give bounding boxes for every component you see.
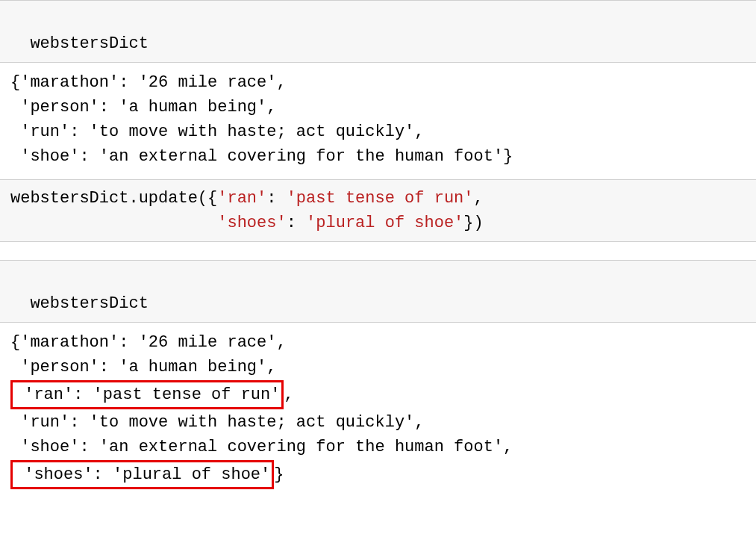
output-line: 'run': 'to move with haste; act quickly'… (10, 413, 425, 432)
output-line: 'person': 'a human being', (10, 98, 276, 117)
code-cell-1-input: webstersDict (0, 0, 756, 63)
code-text: webstersDict.update({ (10, 189, 217, 208)
output-line: {'marathon': '26 mile race', (10, 333, 287, 352)
string-literal: 'past tense of run' (287, 189, 474, 208)
output-line: 'person': 'a human being', (10, 358, 276, 376)
code-text (10, 214, 217, 232)
code-cell-1-output: {'marathon': '26 mile race', 'person': '… (0, 63, 756, 179)
highlight-shoes: 'shoes': 'plural of shoe' (10, 460, 274, 489)
code-text: : (266, 189, 286, 208)
code-cell-3-input: webstersDict (0, 260, 756, 323)
string-literal: 'ran' (217, 189, 266, 208)
code-text: webstersDict (30, 34, 148, 53)
output-line: {'marathon': '26 mile race', (10, 73, 287, 92)
string-literal: 'plural of shoe' (306, 214, 463, 232)
code-cell-2-input: webstersDict.update({'ran': 'past tense … (0, 179, 756, 242)
code-text: : (287, 214, 306, 232)
string-literal: 'shoes' (217, 214, 286, 232)
output-text: , (284, 385, 293, 404)
output-text: } (274, 465, 284, 484)
code-cell-2-output (0, 242, 756, 260)
code-text: }) (463, 214, 483, 232)
output-line: 'shoe': 'an external covering for the hu… (10, 438, 513, 456)
output-line: 'run': 'to move with haste; act quickly'… (10, 123, 425, 141)
code-text: webstersDict (30, 294, 148, 313)
code-text: , (474, 189, 484, 208)
output-line: 'shoe': 'an external covering for the hu… (10, 147, 513, 166)
code-cell-3-output: {'marathon': '26 mile race', 'person': '… (0, 323, 756, 500)
highlight-ran: 'ran': 'past tense of run' (10, 380, 284, 409)
